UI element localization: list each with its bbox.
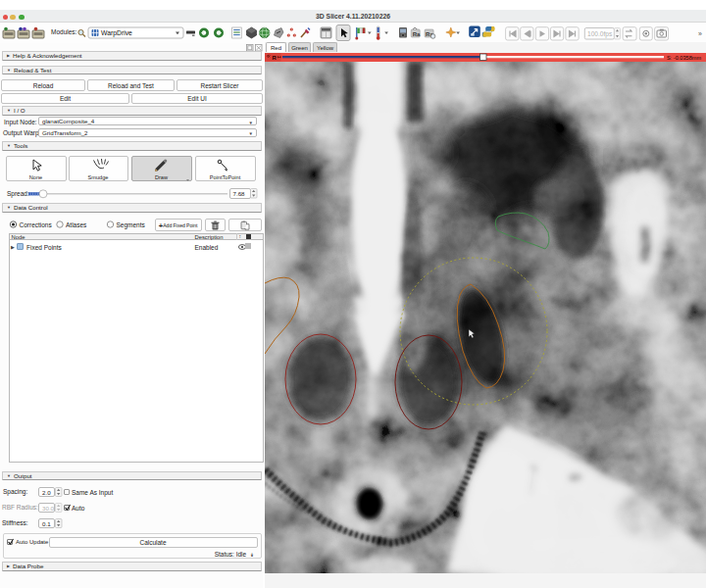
svg-text:WarpDrive: WarpDrive <box>101 29 132 37</box>
svg-text:Modules:: Modules: <box>51 28 77 35</box>
svg-text:Ra: Ra <box>413 31 421 37</box>
svg-text:»: » <box>698 30 702 37</box>
svg-text:100.0fps: 100.0fps <box>587 30 613 38</box>
svg-text:R: R <box>273 55 277 61</box>
svg-text:S: -0.0358mm: S: -0.0358mm <box>667 55 701 61</box>
